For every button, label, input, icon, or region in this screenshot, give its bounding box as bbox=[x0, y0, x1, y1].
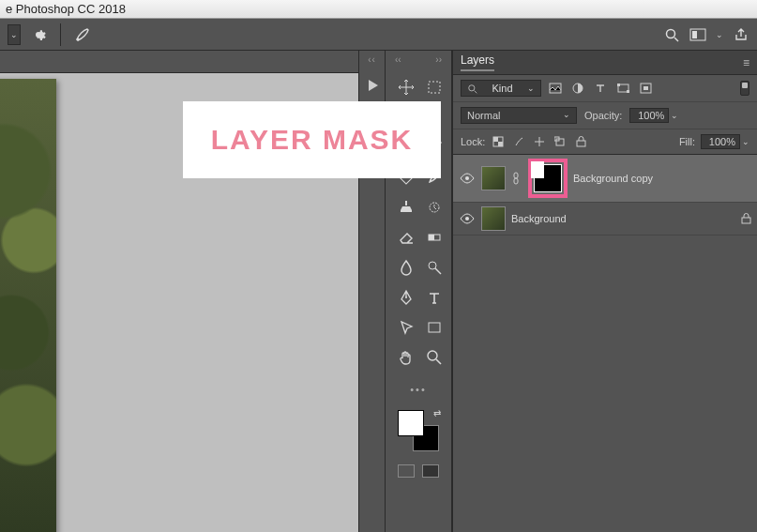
document-tabstrip[interactable] bbox=[0, 51, 358, 73]
annotation-text: LAYER MASK bbox=[211, 124, 414, 156]
dodge-tool-icon[interactable] bbox=[423, 256, 446, 279]
lock-transparent-icon[interactable] bbox=[491, 134, 506, 149]
filter-shape-icon[interactable] bbox=[614, 80, 631, 97]
gear-icon[interactable] bbox=[30, 26, 47, 43]
chevron-down-icon: ⌄ bbox=[563, 110, 570, 121]
svg-rect-4 bbox=[692, 31, 697, 38]
filter-kind-dropdown[interactable]: Kind ⌄ bbox=[461, 80, 541, 97]
options-bar: ⌄ ⌄ bbox=[0, 19, 757, 51]
mask-highlight bbox=[528, 159, 568, 198]
color-swatches[interactable]: ⇄ bbox=[398, 410, 439, 451]
svg-rect-5 bbox=[429, 82, 440, 93]
lock-all-icon[interactable] bbox=[573, 134, 588, 149]
svg-rect-20 bbox=[617, 84, 620, 86]
tool-overflow-icon[interactable]: ••• bbox=[386, 380, 451, 404]
hand-tool-icon[interactable] bbox=[395, 346, 417, 369]
lock-row: Lock: Fill: 100% ⌄ bbox=[453, 129, 757, 155]
screen-mode-chevron[interactable]: ⌄ bbox=[716, 30, 723, 39]
filter-kind-label: Kind bbox=[492, 83, 512, 94]
screen-mode-icon[interactable] bbox=[689, 26, 706, 43]
eraser-tool-icon[interactable] bbox=[395, 226, 417, 249]
blend-mode-dropdown[interactable]: Normal ⌄ bbox=[461, 107, 577, 124]
layer-list: Background copy Background bbox=[453, 155, 757, 532]
svg-point-15 bbox=[469, 84, 475, 90]
zoom-tool-icon[interactable] bbox=[423, 346, 446, 369]
tool-preset-chevron[interactable]: ⌄ bbox=[8, 24, 21, 45]
layer-filter-row: Kind ⌄ bbox=[453, 75, 757, 102]
blur-tool-icon[interactable] bbox=[395, 256, 417, 279]
divider bbox=[60, 23, 61, 46]
chevron-down-icon: ⌄ bbox=[527, 84, 535, 93]
chevron-down-icon[interactable]: ⌄ bbox=[742, 137, 749, 146]
svg-point-12 bbox=[405, 296, 407, 298]
filter-toggle[interactable] bbox=[740, 81, 749, 96]
blend-mode-row: Normal ⌄ Opacity: 100% ⌄ bbox=[453, 102, 757, 129]
panel-grip-icon[interactable]: ‹‹ bbox=[395, 54, 401, 65]
layer-row[interactable]: Background bbox=[453, 203, 757, 236]
standard-mode-icon[interactable] bbox=[398, 464, 415, 478]
visibility-toggle-icon[interactable] bbox=[459, 213, 476, 224]
search-icon bbox=[467, 84, 477, 94]
svg-rect-27 bbox=[556, 139, 564, 145]
mask-link-icon[interactable] bbox=[511, 172, 522, 185]
type-tool-icon[interactable] bbox=[423, 286, 446, 309]
lock-pixels-icon[interactable] bbox=[511, 134, 526, 149]
svg-rect-26 bbox=[498, 142, 503, 146]
panel-menu-icon[interactable]: ≡ bbox=[743, 56, 749, 69]
path-select-tool-icon[interactable] bbox=[395, 316, 417, 339]
svg-point-30 bbox=[465, 176, 469, 180]
history-brush-tool-icon[interactable] bbox=[423, 196, 446, 219]
svg-rect-25 bbox=[493, 137, 498, 142]
svg-rect-21 bbox=[627, 90, 629, 93]
fill-label: Fill: bbox=[679, 136, 695, 147]
lock-icon bbox=[741, 213, 751, 224]
opacity-label: Opacity: bbox=[584, 110, 622, 121]
svg-point-11 bbox=[429, 262, 436, 269]
pen-tool-icon[interactable] bbox=[395, 286, 417, 309]
layer-name[interactable]: Background bbox=[511, 213, 735, 224]
titlebar: e Photoshop CC 2018 bbox=[0, 0, 757, 19]
blend-mode-value: Normal bbox=[467, 110, 500, 121]
filter-type-icon[interactable] bbox=[592, 80, 609, 97]
swap-colors-icon[interactable]: ⇄ bbox=[433, 408, 441, 418]
svg-point-1 bbox=[667, 29, 675, 38]
filter-adjust-icon[interactable] bbox=[569, 80, 586, 97]
shape-tool-icon[interactable] bbox=[423, 316, 446, 339]
svg-rect-13 bbox=[429, 323, 440, 332]
opacity-field[interactable]: 100% bbox=[629, 108, 669, 123]
panel-grip-icon[interactable]: ‹‹ bbox=[368, 54, 376, 65]
move-tool-icon[interactable] bbox=[395, 76, 417, 99]
layers-panel: Layers ≡ Kind ⌄ Normal ⌄ Opacity: 100% bbox=[452, 51, 757, 532]
panel-grip-icon[interactable]: ›› bbox=[435, 54, 442, 65]
layer-thumbnail[interactable] bbox=[481, 166, 506, 190]
svg-rect-29 bbox=[577, 141, 585, 146]
annotation-callout: LAYER MASK bbox=[183, 101, 441, 178]
layer-thumbnail[interactable] bbox=[481, 206, 506, 231]
lock-label: Lock: bbox=[461, 136, 485, 147]
layer-name[interactable]: Background copy bbox=[573, 173, 751, 184]
clone-tool-icon[interactable] bbox=[395, 196, 417, 219]
app-title: e Photoshop CC 2018 bbox=[6, 2, 126, 16]
gradient-tool-icon[interactable] bbox=[423, 226, 446, 249]
lock-position-icon[interactable] bbox=[532, 134, 547, 149]
document-image bbox=[0, 79, 56, 532]
lock-artboard-icon[interactable] bbox=[553, 134, 568, 149]
mask-thumbnail[interactable] bbox=[534, 164, 562, 192]
svg-rect-32 bbox=[742, 218, 750, 223]
visibility-toggle-icon[interactable] bbox=[459, 173, 476, 184]
fill-field[interactable]: 100% bbox=[701, 134, 740, 149]
svg-rect-10 bbox=[429, 235, 434, 240]
play-icon[interactable] bbox=[365, 78, 380, 93]
filter-smart-icon[interactable] bbox=[637, 80, 654, 97]
search-icon[interactable] bbox=[663, 26, 680, 43]
marquee-tool-icon[interactable] bbox=[423, 76, 446, 99]
quickmask-mode-icon[interactable] bbox=[422, 464, 439, 478]
filter-pixel-icon[interactable] bbox=[547, 80, 564, 97]
foreground-color-swatch[interactable] bbox=[398, 410, 424, 436]
layers-tab[interactable]: Layers bbox=[461, 53, 494, 71]
svg-point-0 bbox=[77, 38, 80, 40]
brush-icon[interactable] bbox=[74, 26, 91, 43]
chevron-down-icon[interactable]: ⌄ bbox=[671, 111, 678, 120]
share-icon[interactable] bbox=[733, 26, 749, 43]
layer-row[interactable]: Background copy bbox=[453, 155, 757, 203]
